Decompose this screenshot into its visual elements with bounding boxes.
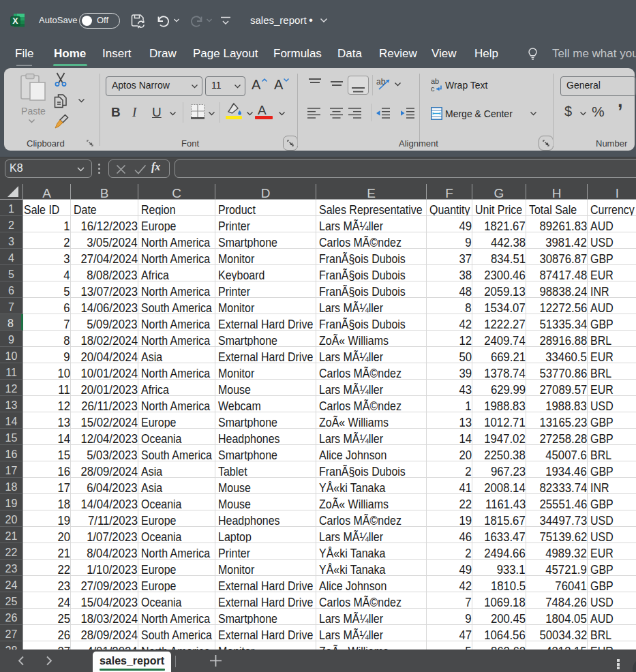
svg-text:X: X xyxy=(12,16,18,26)
svg-text:c: c xyxy=(431,85,435,93)
